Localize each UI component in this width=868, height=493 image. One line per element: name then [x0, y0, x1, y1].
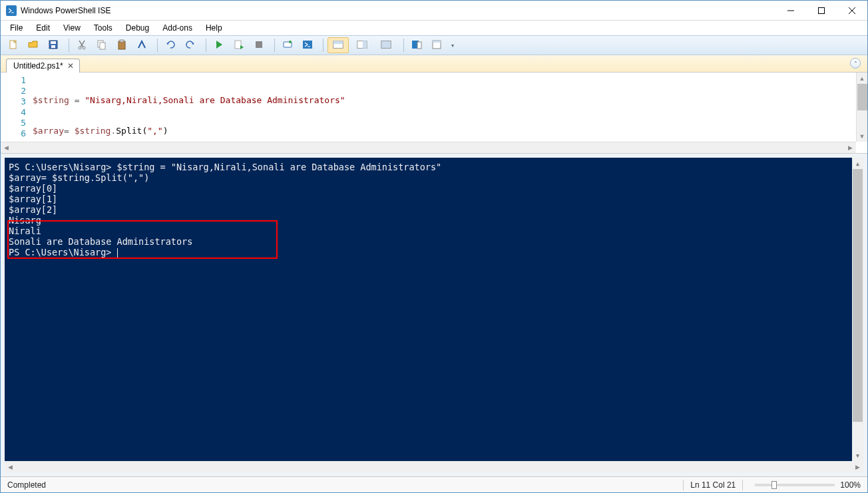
pane-top-icon	[333, 39, 343, 52]
menu-view[interactable]: View	[57, 22, 87, 34]
console-output-line: Sonali are Database Administrators	[9, 236, 861, 247]
collapse-script-pane-button[interactable]: ⌃	[850, 58, 861, 69]
console-vertical-scrollbar[interactable]: ▲ ▼	[852, 158, 863, 461]
script-tab-active[interactable]: Untitled2.ps1* ✕	[6, 59, 80, 73]
toolbar-separator	[323, 39, 324, 52]
svg-rect-12	[100, 43, 105, 49]
svg-rect-21	[333, 41, 343, 44]
save-icon	[48, 39, 59, 52]
zoom-slider[interactable]	[755, 484, 835, 486]
scroll-up-icon[interactable]: ▲	[857, 73, 867, 84]
editor-vertical-scrollbar[interactable]: ▲ ▼	[856, 73, 867, 142]
tab-close-button[interactable]: ✕	[67, 62, 74, 70]
console-line: $array= $string.Split(",")	[9, 172, 861, 183]
script-editor[interactable]: 1 2 3 4 5 6 $string = "Nisarg,Nirali,Son…	[1, 73, 867, 154]
new-file-icon	[8, 39, 19, 52]
command-addon-icon	[411, 39, 422, 52]
statusbar-separator	[683, 480, 684, 490]
scroll-right-icon[interactable]: ▶	[845, 142, 856, 153]
redo-button[interactable]	[182, 37, 199, 53]
cut-button[interactable]	[73, 37, 91, 53]
scroll-down-icon[interactable]: ▼	[852, 450, 863, 461]
line-number: 3	[1, 96, 26, 107]
minimize-icon	[787, 7, 794, 14]
titlebar: Windows PowerShell ISE	[1, 1, 867, 21]
maximize-button[interactable]	[806, 1, 837, 20]
svg-rect-26	[417, 42, 421, 49]
code-area[interactable]: $string = "Nisarg,Nirali,Sonali are Data…	[33, 73, 867, 153]
scroll-right-icon[interactable]: ▶	[852, 461, 863, 472]
svg-point-10	[83, 47, 85, 49]
show-script-max-button[interactable]	[375, 37, 397, 53]
menu-edit[interactable]: Edit	[29, 22, 57, 34]
start-powershell-button[interactable]	[299, 37, 316, 53]
new-remote-tab-button[interactable]	[279, 37, 296, 53]
svg-rect-16	[256, 41, 262, 48]
menu-help[interactable]: Help	[199, 22, 229, 34]
menu-debug[interactable]: Debug	[119, 22, 156, 34]
toolbar-overflow-button[interactable]: ▾	[448, 37, 457, 53]
console-output-line: Nisarg	[9, 215, 861, 226]
scroll-left-icon[interactable]: ◀	[5, 461, 16, 472]
console-pane[interactable]: PS C:\Users\Nisarg> $string = "Nisarg,Ni…	[5, 158, 863, 461]
copy-button[interactable]	[93, 37, 110, 53]
close-icon	[849, 7, 855, 14]
console-horizontal-scrollbar[interactable]: ◀ ▶	[5, 461, 863, 472]
paste-icon	[116, 39, 127, 52]
statusbar: Completed Ln 11 Col 21 100%	[1, 476, 867, 492]
close-button[interactable]	[837, 1, 867, 20]
svg-point-18	[289, 41, 292, 43]
toolbar: ▾	[1, 35, 867, 55]
run-selection-icon	[234, 39, 244, 52]
pane-right-icon	[357, 39, 367, 52]
console-line: $array[1]	[9, 194, 861, 204]
script-tabstrip: Untitled2.ps1* ✕ ⌃	[1, 55, 867, 73]
svg-rect-15	[235, 41, 241, 49]
menu-file[interactable]: File	[3, 22, 29, 34]
undo-button[interactable]	[162, 37, 179, 53]
line-number: 6	[1, 128, 26, 139]
svg-rect-13	[118, 41, 125, 49]
show-script-right-button[interactable]	[351, 37, 373, 53]
app-icon	[6, 5, 17, 16]
line-number: 1	[1, 75, 26, 86]
stop-button[interactable]	[250, 37, 268, 53]
save-button[interactable]	[45, 37, 62, 53]
show-command-window-button[interactable]	[428, 37, 445, 53]
run-selection-button[interactable]	[230, 37, 248, 53]
show-script-top-button[interactable]	[327, 37, 349, 53]
scroll-down-icon[interactable]: ▼	[857, 130, 867, 142]
scrollbar-thumb[interactable]	[857, 84, 867, 110]
scroll-up-icon[interactable]: ▲	[852, 158, 863, 169]
stop-icon	[254, 39, 264, 52]
clear-button[interactable]	[133, 37, 150, 53]
open-button[interactable]	[25, 37, 42, 53]
console-wrap: PS C:\Users\Nisarg> $string = "Nisarg,Ni…	[1, 154, 867, 476]
app-window: Windows PowerShell ISE File Edit View To…	[0, 0, 868, 493]
svg-rect-28	[433, 41, 441, 43]
command-window-icon	[431, 39, 442, 52]
clear-icon	[136, 39, 147, 52]
minimize-button[interactable]	[775, 1, 806, 20]
code-line: $array= $string.Split(",")	[33, 126, 867, 136]
tab-label: Untitled2.ps1*	[13, 61, 63, 71]
show-command-addon-button[interactable]	[408, 37, 425, 53]
chevron-down-icon: ▾	[451, 43, 454, 49]
scroll-left-icon[interactable]: ◀	[1, 142, 12, 153]
slider-thumb[interactable]	[771, 481, 777, 489]
paste-button[interactable]	[113, 37, 130, 53]
scrollbar-thumb[interactable]	[853, 169, 863, 422]
copy-icon	[97, 39, 107, 52]
toolbar-separator	[403, 39, 404, 52]
run-script-button[interactable]	[210, 37, 228, 53]
open-folder-icon	[28, 39, 39, 52]
editor-horizontal-scrollbar[interactable]: ◀ ▶	[1, 142, 856, 153]
svg-rect-7	[51, 41, 56, 44]
console-prompt-line[interactable]: PS C:\Users\Nisarg>	[9, 247, 861, 257]
svg-rect-24	[381, 41, 391, 48]
menu-tools[interactable]: Tools	[87, 22, 119, 34]
svg-rect-14	[120, 40, 124, 42]
redo-icon	[185, 39, 196, 52]
menu-addons[interactable]: Add-ons	[156, 22, 199, 34]
new-button[interactable]	[5, 37, 22, 53]
